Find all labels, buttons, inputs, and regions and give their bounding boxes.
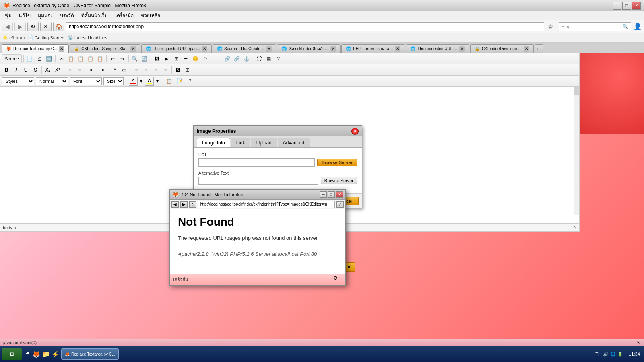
dialog-close-button[interactable]: ✕	[351, 128, 359, 135]
new-tab-button[interactable]: +	[535, 44, 543, 53]
minimize-button[interactable]: ─	[613, 2, 621, 10]
dialog-tab-upload[interactable]: Upload	[251, 138, 277, 147]
toolbar-btn-style[interactable]: 📝	[175, 77, 184, 86]
toolbar-btn-help[interactable]: ?	[186, 77, 194, 86]
taskbar-show-desktop[interactable]: 🖥	[23, 349, 31, 359]
menu-bookmarks[interactable]: ที่คั้มหน้าเว็บ	[78, 11, 111, 20]
scrollbar-thumb[interactable]	[574, 87, 579, 95]
taskbar-window-1[interactable]: 🦊 Replace Textarea by C...	[61, 348, 119, 360]
refresh-button[interactable]: ↻	[27, 22, 39, 31]
b404-close[interactable]: ✕	[336, 191, 343, 198]
dialog-tab-link[interactable]: Link	[231, 138, 250, 147]
bookmark-latest-headlines[interactable]: 📡 Latest Headlines	[68, 35, 107, 40]
toolbar-btn-paste-text[interactable]: 📋	[86, 54, 95, 63]
tab-4[interactable]: 🌐 เรื่อง ckfinder อีกแล้วค่ะ ✕	[277, 44, 341, 53]
start-button[interactable]: ⊞	[2, 348, 22, 360]
home-button[interactable]: 🏠	[53, 22, 64, 31]
source-button[interactable]: Source	[2, 54, 22, 63]
styles-select[interactable]: Styles	[2, 77, 34, 85]
browse-server-button[interactable]: Browse Server	[317, 159, 357, 166]
toolbar-btn-align-center[interactable]: ≡	[142, 66, 151, 74]
toolbar-btn-ordered-list[interactable]: ≡	[66, 66, 74, 74]
menu-history[interactable]: ประวัติ	[57, 11, 77, 20]
user-icon[interactable]: 👤	[633, 22, 642, 31]
format-select[interactable]: Normal	[36, 77, 68, 85]
text-color-dropdown[interactable]: ▾	[139, 77, 143, 86]
toolbar-btn-cut[interactable]: ✂	[57, 54, 66, 63]
menu-tools[interactable]: เครื่องมือ	[112, 11, 137, 20]
alt-text-input[interactable]	[198, 177, 318, 185]
tab-6[interactable]: 🌐 The requested URL /acc... ✕	[406, 44, 469, 53]
toolbar-btn-redo[interactable]: ↪	[118, 54, 127, 63]
forward-button[interactable]: ▶	[14, 22, 26, 31]
toolbar-btn-unlink[interactable]: 🔗	[233, 54, 242, 63]
toolbar-btn-align-left[interactable]: ≡	[132, 66, 141, 74]
toolbar-btn-indent[interactable]: ⇥	[97, 66, 106, 74]
tab-5[interactable]: 🌐 PHP Forum : ถาม-ตอบ ก... ✕	[341, 44, 405, 53]
bg-color-dropdown[interactable]: ▾	[155, 77, 159, 86]
bookmark-getting-started[interactable]: 📄 Getting Started	[28, 35, 64, 40]
search-bar[interactable]: Bing 🔍	[559, 22, 631, 31]
dialog-tab-advanced[interactable]: Advanced	[278, 138, 310, 147]
tab-close-6[interactable]: ✕	[459, 46, 465, 52]
tab-close-1[interactable]: ✕	[130, 46, 136, 52]
toolbar-btn-special[interactable]: Ω	[201, 54, 210, 63]
toolbar-btn-new[interactable]: 📄	[25, 54, 34, 63]
tab-close-0[interactable]: ✕	[59, 46, 64, 52]
toolbar-btn-blockquote[interactable]: ❝	[110, 66, 119, 74]
editor-scrollbar[interactable]	[574, 87, 579, 215]
toolbar-btn-preview[interactable]: 🖨	[35, 54, 44, 63]
toolbar-btn-copy[interactable]: 📋	[67, 54, 76, 63]
b404-settings-icon[interactable]: ⚙	[333, 275, 342, 284]
toolbar-btn-bold[interactable]: B	[2, 66, 11, 74]
resize-handle[interactable]: ⤡	[574, 225, 577, 230]
toolbar-btn-paste-word[interactable]: 📋	[96, 54, 105, 63]
maximize-button[interactable]: □	[622, 2, 631, 10]
bg-color-button[interactable]: A	[145, 77, 154, 86]
dialog-tab-image-info[interactable]: Image Info	[197, 138, 230, 147]
menu-help[interactable]: ช่วยเหลือ	[138, 11, 163, 20]
toolbar-btn-undo[interactable]: ↩	[108, 54, 117, 63]
url-input[interactable]	[198, 158, 315, 167]
toolbar-btn-strike[interactable]: S	[31, 66, 40, 74]
close-button[interactable]: ✕	[632, 2, 641, 10]
tab-close-4[interactable]: ✕	[330, 46, 336, 52]
tab-2[interactable]: 🌐 The requested URL /pag... ✕	[141, 44, 212, 53]
tab-close-2[interactable]: ✕	[202, 46, 207, 52]
bookmark-star[interactable]: ☆	[546, 22, 555, 31]
toolbar-btn-align-right[interactable]: ≡	[151, 66, 160, 74]
toolbar-btn-hrule[interactable]: ━	[182, 54, 190, 63]
tab-3[interactable]: 🌐 Search - ThaiCreate.Com ✕	[213, 44, 276, 53]
b404-maximize[interactable]: □	[328, 191, 335, 198]
toolbar-btn-paste-from-word2[interactable]: 📋	[165, 77, 173, 86]
toolbar-btn-sup[interactable]: X²	[53, 66, 62, 74]
toolbar-btn-showblocks[interactable]: ▦	[264, 54, 273, 63]
tab-close-7[interactable]: ✕	[524, 46, 529, 52]
text-color-button[interactable]: A	[129, 77, 138, 86]
taskbar-folder-icon[interactable]: 📁	[41, 349, 51, 359]
toolbar-btn-pagebreak[interactable]: ↕	[211, 54, 219, 63]
b404-refresh[interactable]: ↻	[189, 201, 196, 208]
toolbar-btn-smiley[interactable]: 😊	[191, 54, 200, 63]
font-select[interactable]: Font	[70, 77, 102, 85]
toolbar-btn-about[interactable]: ?	[274, 54, 283, 63]
toolbar-btn-anchor[interactable]: ⚓	[242, 54, 251, 63]
toolbar-btn-align-justify[interactable]: ≡	[161, 66, 170, 74]
menu-view[interactable]: มุมมอง	[35, 11, 56, 20]
toolbar-btn-italic[interactable]: I	[12, 66, 21, 74]
toolbar-btn-unordered-list[interactable]: ≡	[75, 66, 84, 74]
menu-edit[interactable]: แก้ไข	[16, 11, 34, 20]
browse-server2-button[interactable]: Browse Server	[321, 177, 357, 184]
tab-close-5[interactable]: ✕	[395, 46, 400, 52]
tab-close-3[interactable]: ✕	[266, 46, 272, 52]
toolbar-btn-image[interactable]: 🖼	[153, 54, 161, 63]
taskbar-dreamweaver-icon[interactable]: ⚡	[51, 349, 60, 359]
size-select[interactable]: Size	[103, 77, 124, 85]
toolbar-btn-underline[interactable]: U	[21, 66, 30, 74]
menu-file[interactable]: ฟุ้ม	[2, 11, 15, 20]
toolbar-btn-sub[interactable]: X₂	[43, 66, 52, 74]
taskbar-ff-icon[interactable]: 🦊	[31, 349, 41, 359]
stop-button[interactable]: ✕	[40, 22, 52, 31]
toolbar-btn-creatediv[interactable]: ▭	[120, 66, 128, 74]
b404-back[interactable]: ◀	[171, 201, 179, 208]
